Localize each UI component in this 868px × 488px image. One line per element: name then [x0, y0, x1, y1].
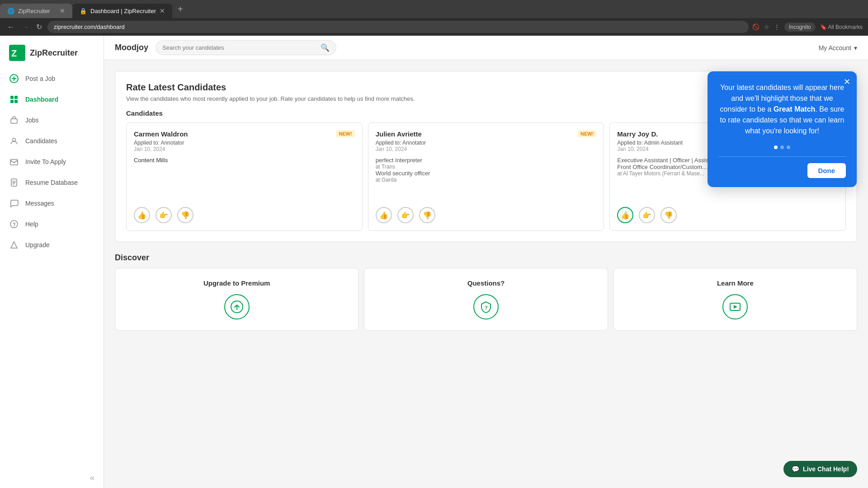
sidebar-item-label-upgrade: Upgrade — [25, 241, 50, 249]
svg-text:?: ? — [13, 222, 16, 227]
document-icon — [9, 178, 19, 188]
sidebar: Z ZipRecruiter Post a Job Dashboard Jobs — [0, 36, 104, 488]
sidebar-item-dashboard[interactable]: Dashboard — [0, 89, 104, 110]
browser-menu-icon[interactable]: ⋮ — [774, 23, 780, 30]
thumbs-sideways-button-1[interactable]: 👉 — [397, 207, 414, 223]
refresh-button[interactable]: ↻ — [34, 21, 44, 33]
svg-rect-3 — [10, 96, 14, 99]
tab1-close-icon[interactable]: ✕ — [60, 7, 65, 14]
applied-date-0: Jan 10, 2024 — [134, 146, 355, 152]
candidate-name-0: Carmen Waldron — [134, 130, 188, 138]
briefcase-icon — [9, 115, 19, 125]
svg-rect-6 — [14, 100, 18, 103]
tooltip-dot-1 — [774, 145, 778, 149]
tooltip-divider — [718, 156, 846, 157]
candidate-role2-at-1: at Garda — [376, 177, 597, 183]
dashboard-icon — [9, 94, 19, 104]
svg-point-8 — [13, 138, 16, 141]
discover-card-upgrade[interactable]: Upgrade to Premium — [115, 268, 359, 331]
app-layout: Z ZipRecruiter Post a Job Dashboard Jobs — [0, 36, 868, 488]
thumbs-down-button-0[interactable]: 👎 — [177, 207, 193, 223]
discover-card-questions[interactable]: Questions? ? — [364, 268, 608, 331]
tooltip-popup: ✕ Your latest candidates will appear her… — [708, 71, 857, 187]
back-button[interactable]: ← — [5, 21, 16, 33]
sidebar-item-help[interactable]: ? Help — [0, 214, 104, 235]
discover-card-label-learn-more: Learn More — [717, 279, 754, 287]
discover-section: Discover Upgrade to Premium Questions? ? — [115, 253, 857, 331]
discover-card-label-upgrade: Upgrade to Premium — [203, 279, 270, 287]
sidebar-item-label-dashboard: Dashboard — [25, 96, 58, 103]
tooltip-dots — [718, 145, 846, 149]
new-badge-1: NEW! — [578, 130, 596, 137]
chevron-down-icon: ▾ — [854, 44, 857, 52]
sidebar-item-post-job[interactable]: Post a Job — [0, 68, 104, 89]
thumbs-up-button-2[interactable]: 👍 — [617, 207, 633, 223]
workspace-title: Moodjoy — [115, 43, 148, 52]
svg-rect-7 — [11, 119, 17, 123]
svg-text:Z: Z — [11, 48, 17, 58]
bookmark-icon[interactable]: ☆ — [764, 23, 769, 30]
thumbs-sideways-button-2[interactable]: 👉 — [639, 207, 655, 223]
tab2-close-icon[interactable]: ✕ — [160, 7, 165, 14]
candidate-company-0: Content Mills — [134, 157, 355, 164]
sidebar-collapse-button[interactable]: « — [0, 468, 104, 488]
thumbs-up-button-0[interactable]: 👍 — [134, 207, 150, 223]
sidebar-item-resume-database[interactable]: Resume Database — [0, 172, 104, 193]
sidebar-item-label-post-job: Post a Job — [25, 75, 55, 82]
sidebar-item-label-invite-to-apply: Invite To Apply — [25, 158, 66, 165]
candidate-role1-1: perfect Interpreter — [376, 157, 597, 164]
card-actions-0: 👍 👉 👎 — [134, 202, 355, 223]
sidebar-logo-text: ZipRecruiter — [30, 48, 78, 58]
upgrade-arrow-icon — [224, 294, 250, 319]
sidebar-item-invite-to-apply[interactable]: Invite To Apply — [0, 151, 104, 172]
search-bar[interactable]: 🔍 — [156, 40, 336, 55]
tab-2[interactable]: 🔒 Dashboard | ZipRecruiter ✕ — [72, 4, 172, 18]
tab-1[interactable]: 🌐 ZipRecruiter ✕ — [0, 4, 72, 18]
discover-card-learn-more[interactable]: Learn More — [613, 268, 857, 331]
tooltip-dot-3 — [787, 145, 790, 149]
sidebar-item-upgrade[interactable]: Upgrade — [0, 235, 104, 255]
address-bar[interactable] — [47, 21, 749, 33]
new-tab-button[interactable]: + — [172, 4, 189, 18]
rate-candidates-panel: Rate Latest Candidates View the candidat… — [115, 71, 857, 242]
main-area: Moodjoy 🔍 My Account ▾ Rate Latest Candi… — [104, 36, 868, 488]
sidebar-logo: Z ZipRecruiter — [0, 36, 104, 68]
tooltip-close-button[interactable]: ✕ — [844, 77, 850, 87]
svg-rect-4 — [14, 96, 18, 99]
svg-marker-17 — [734, 305, 737, 309]
tab2-favicon: 🔒 — [80, 8, 87, 14]
candidate-header-1: Julien Avriette NEW! — [376, 130, 597, 138]
thumbs-up-button-1[interactable]: 👍 — [376, 207, 392, 223]
discover-card-label-questions: Questions? — [467, 279, 505, 287]
svg-text:?: ? — [485, 305, 488, 310]
shield-question-icon: ? — [473, 294, 499, 319]
message-icon — [9, 198, 19, 208]
new-badge-0: NEW! — [336, 130, 354, 137]
thumbs-down-button-2[interactable]: 👎 — [660, 207, 677, 223]
search-input[interactable] — [162, 44, 317, 51]
candidate-name-2: Marry Joy D. — [617, 130, 658, 138]
browser-chrome: 🌐 ZipRecruiter ✕ 🔒 Dashboard | ZipRecrui… — [0, 0, 868, 36]
search-icon: 🔍 — [321, 43, 330, 52]
my-account-label: My Account — [819, 44, 851, 52]
sidebar-item-candidates[interactable]: Candidates — [0, 131, 104, 151]
plus-circle-icon — [9, 74, 19, 84]
discover-title: Discover — [115, 253, 857, 263]
thumbs-down-button-1[interactable]: 👎 — [419, 207, 435, 223]
tooltip-done-button[interactable]: Done — [807, 163, 846, 178]
tab1-label: ZipRecruiter — [18, 8, 50, 14]
upgrade-icon — [9, 240, 19, 250]
my-account-menu[interactable]: My Account ▾ — [819, 44, 857, 52]
thumbs-sideways-button-0[interactable]: 👉 — [156, 207, 172, 223]
main-header: Moodjoy 🔍 My Account ▾ — [104, 36, 868, 60]
bookmarks-label: 🔖 All Bookmarks — [820, 24, 863, 30]
candidate-role1-at-1: at Trans — [376, 164, 597, 170]
sidebar-item-messages[interactable]: Messages — [0, 193, 104, 214]
live-chat-button[interactable]: 💬 Live Chat Help! — [783, 461, 857, 477]
sidebar-item-label-candidates: Candidates — [25, 137, 57, 145]
sidebar-item-label-messages: Messages — [25, 200, 54, 207]
sidebar-item-jobs[interactable]: Jobs — [0, 110, 104, 131]
svg-rect-9 — [10, 160, 18, 165]
forward-button[interactable]: → — [20, 21, 31, 33]
incognito-badge: Incognito — [784, 23, 816, 32]
